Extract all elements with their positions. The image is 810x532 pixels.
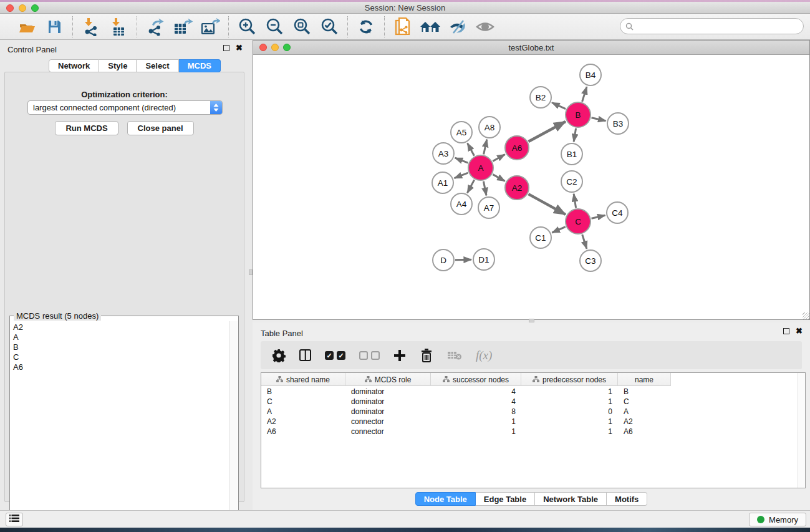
edge-B-B2[interactable] xyxy=(552,103,566,109)
main-area: Control Panel ✖ NetworkStyleSelectMCDS O… xyxy=(0,40,810,510)
add-row-icon[interactable] xyxy=(393,346,406,365)
export-table-icon[interactable] xyxy=(172,17,193,37)
close-panel-icon[interactable]: ✖ xyxy=(236,45,243,51)
float-table-panel-icon[interactable] xyxy=(783,328,789,334)
edge-A2-C[interactable] xyxy=(528,194,566,215)
tab-style[interactable]: Style xyxy=(99,59,137,72)
task-history-button[interactable] xyxy=(6,513,23,526)
tab-network-table[interactable]: Network Table xyxy=(535,492,607,506)
import-network-icon[interactable] xyxy=(80,17,102,37)
column-header-successor-nodes[interactable]: successor nodes xyxy=(431,373,521,386)
zoom-selected-icon[interactable] xyxy=(319,17,340,37)
import-table-icon[interactable] xyxy=(108,17,129,37)
column-header-shared-name[interactable]: shared name xyxy=(261,373,345,386)
table-cell: C xyxy=(261,397,345,406)
table-row[interactable]: Cdominator41C xyxy=(261,397,805,407)
close-panel-button[interactable]: Close panel xyxy=(127,121,194,135)
edge-A-A4[interactable] xyxy=(467,180,474,193)
edge-A-A5[interactable] xyxy=(468,143,475,156)
edge-C-C4[interactable] xyxy=(592,215,605,218)
tab-edge-table[interactable]: Edge Table xyxy=(476,492,535,506)
search-input[interactable] xyxy=(620,18,804,34)
mcds-result-group: MCDS result (5 nodes) A2ABCA6 xyxy=(9,316,239,531)
hide-selected-icon[interactable] xyxy=(447,17,468,37)
close-window-button[interactable] xyxy=(6,4,14,12)
export-image-icon[interactable] xyxy=(200,17,221,37)
edge-B-B4[interactable] xyxy=(582,87,587,102)
table-row[interactable]: A6connector11A6 xyxy=(261,427,805,437)
toolbar-groups xyxy=(9,16,503,37)
run-mcds-button[interactable]: Run MCDS xyxy=(55,121,118,135)
tab-select[interactable]: Select xyxy=(137,59,178,72)
network-window-title: testGlobe.txt xyxy=(253,43,809,52)
zoom-in-icon[interactable] xyxy=(236,17,258,37)
maximize-window-button[interactable] xyxy=(31,4,39,12)
network-canvas[interactable]: B4B2BB3A5A8A6A3B1AC2A1A2A4A7C4CC1C3DD1 xyxy=(253,55,809,319)
table-cell: connector xyxy=(345,417,431,426)
tab-node-table[interactable]: Node Table xyxy=(415,492,476,506)
edge-A-A7[interactable] xyxy=(483,181,486,196)
control-panel-tabs: NetworkStyleSelectMCDS xyxy=(49,59,221,72)
float-panel-icon[interactable] xyxy=(223,45,229,51)
table-row[interactable]: Adominator80A xyxy=(261,407,805,417)
column-header-predecessor-nodes[interactable]: predecessor nodes xyxy=(521,373,618,386)
table-row[interactable]: A2connector11A2 xyxy=(261,417,805,427)
column-layout-icon[interactable] xyxy=(299,346,311,365)
table-row[interactable]: Bdominator41B xyxy=(261,387,805,397)
mcds-result-list[interactable]: A2ABCA6 xyxy=(11,321,230,528)
refresh-icon[interactable] xyxy=(355,17,377,37)
edge-A-A1[interactable] xyxy=(455,173,468,178)
edge-B-B3[interactable] xyxy=(592,118,606,121)
table-cell: 0 xyxy=(521,407,618,416)
tab-motifs[interactable]: Motifs xyxy=(607,492,647,506)
hierarchy-icon xyxy=(443,375,450,384)
show-hidden-icon[interactable] xyxy=(475,17,496,37)
memory-button[interactable]: Memory xyxy=(749,513,806,526)
tab-network[interactable]: Network xyxy=(49,59,99,72)
deselect-all-icon[interactable] xyxy=(359,346,380,365)
select-all-icon[interactable]: ✓✓ xyxy=(325,346,345,365)
result-list-item[interactable]: A xyxy=(13,332,230,342)
edge-C-C1[interactable] xyxy=(552,227,565,233)
zoom-out-icon[interactable] xyxy=(264,17,285,37)
main-toolbar xyxy=(0,14,810,40)
table-scrollbar[interactable] xyxy=(798,373,805,488)
column-header-name[interactable]: name xyxy=(618,373,671,386)
export-network-icon[interactable] xyxy=(145,17,166,37)
result-list-item[interactable]: B xyxy=(13,342,230,352)
open-session-icon[interactable] xyxy=(16,17,37,37)
edge-C-C2[interactable] xyxy=(574,194,576,208)
edge-A-A6[interactable] xyxy=(493,155,504,162)
node-label-C: C xyxy=(575,217,581,226)
new-network-selection-icon[interactable] xyxy=(392,17,413,37)
network-window-titlebar[interactable]: testGlobe.txt xyxy=(253,41,809,55)
minimize-window-button[interactable] xyxy=(19,4,26,12)
edge-A-A8[interactable] xyxy=(484,140,487,155)
table-cell: 1 xyxy=(431,427,521,436)
settings-gear-icon[interactable] xyxy=(272,346,286,365)
result-list-item[interactable]: C xyxy=(13,352,230,362)
edge-B-B1[interactable] xyxy=(574,128,576,142)
column-header-MCDS-role[interactable]: MCDS role xyxy=(345,373,431,386)
tab-mcds[interactable]: MCDS xyxy=(179,59,221,72)
search-icon xyxy=(625,22,634,33)
toolbar-group xyxy=(229,17,347,37)
result-scrollbar[interactable] xyxy=(229,321,238,528)
table-cell: 1 xyxy=(521,427,618,436)
edge-C-C3[interactable] xyxy=(582,235,587,249)
result-list-item[interactable]: A2 xyxy=(13,322,230,332)
save-session-icon[interactable] xyxy=(44,17,65,37)
first-neighbors-icon[interactable] xyxy=(420,17,441,37)
result-list-item[interactable]: A6 xyxy=(13,362,230,372)
edge-A6-B[interactable] xyxy=(529,122,566,142)
node-label-A: A xyxy=(478,163,483,173)
network-resize-grip[interactable] xyxy=(803,312,809,319)
close-table-panel-icon[interactable]: ✖ xyxy=(796,328,803,334)
edge-A-A3[interactable] xyxy=(455,158,468,163)
table-header-row: shared nameMCDS rolesuccessor nodesprede… xyxy=(261,373,671,386)
delete-row-icon[interactable] xyxy=(420,346,433,365)
table-panel: Table Panel ✖ ✓✓f(x) shared nameMCDS rol… xyxy=(253,322,810,510)
edge-A-A2[interactable] xyxy=(493,175,504,181)
zoom-fit-icon[interactable] xyxy=(291,17,312,37)
criterion-dropdown[interactable]: largest connected component (directed) xyxy=(27,100,223,115)
